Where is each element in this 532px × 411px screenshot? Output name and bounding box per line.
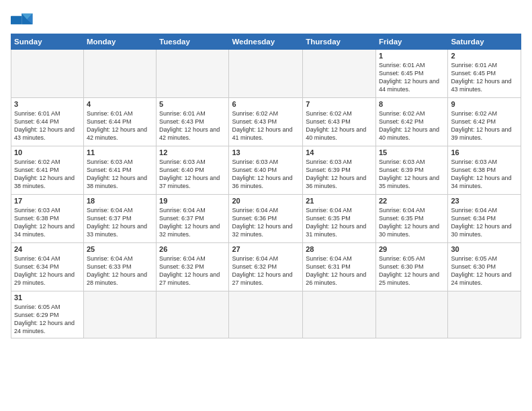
calendar-week-row: 17Sunrise: 6:03 AM Sunset: 6:38 PM Dayli… [11, 195, 521, 243]
day-number: 30 [451, 245, 518, 253]
svg-rect-0 [11, 16, 21, 25]
day-info: Sunrise: 6:04 AM Sunset: 6:33 PM Dayligh… [87, 255, 153, 287]
calendar-cell: 18Sunrise: 6:04 AM Sunset: 6:37 PM Dayli… [83, 195, 156, 243]
day-number: 1 [379, 52, 445, 60]
day-number: 24 [14, 245, 81, 253]
calendar-header-friday: Friday [375, 34, 447, 50]
calendar-header-tuesday: Tuesday [157, 34, 229, 50]
calendar-cell: 21Sunrise: 6:04 AM Sunset: 6:35 PM Dayli… [303, 195, 376, 243]
calendar-cell: 26Sunrise: 6:04 AM Sunset: 6:32 PM Dayli… [157, 243, 229, 291]
calendar-cell [157, 291, 229, 338]
calendar-cell: 5Sunrise: 6:01 AM Sunset: 6:43 PM Daylig… [157, 98, 229, 146]
calendar-cell: 2Sunrise: 6:01 AM Sunset: 6:45 PM Daylig… [448, 50, 521, 98]
calendar-header-saturday: Saturday [448, 34, 521, 50]
day-number: 19 [159, 197, 226, 205]
day-number: 23 [451, 197, 518, 205]
calendar-cell: 10Sunrise: 6:02 AM Sunset: 6:41 PM Dayli… [11, 146, 84, 195]
day-number: 14 [306, 148, 373, 156]
calendar-cell: 17Sunrise: 6:03 AM Sunset: 6:38 PM Dayli… [11, 195, 84, 243]
calendar-cell [303, 50, 376, 98]
calendar-week-row: 1Sunrise: 6:01 AM Sunset: 6:45 PM Daylig… [11, 50, 521, 98]
day-number: 8 [379, 100, 445, 108]
day-info: Sunrise: 6:03 AM Sunset: 6:39 PM Dayligh… [306, 158, 373, 191]
day-info: Sunrise: 6:04 AM Sunset: 6:31 PM Dayligh… [306, 255, 373, 287]
day-info: Sunrise: 6:03 AM Sunset: 6:40 PM Dayligh… [232, 158, 300, 191]
day-info: Sunrise: 6:01 AM Sunset: 6:44 PM Dayligh… [87, 109, 153, 142]
day-info: Sunrise: 6:01 AM Sunset: 6:43 PM Dayligh… [159, 109, 226, 142]
day-info: Sunrise: 6:03 AM Sunset: 6:41 PM Dayligh… [87, 158, 153, 191]
calendar-cell: 15Sunrise: 6:03 AM Sunset: 6:39 PM Dayli… [375, 146, 447, 195]
calendar-cell: 19Sunrise: 6:04 AM Sunset: 6:37 PM Dayli… [157, 195, 229, 243]
calendar-cell: 20Sunrise: 6:04 AM Sunset: 6:36 PM Dayli… [229, 195, 303, 243]
day-number: 28 [306, 245, 373, 253]
day-info: Sunrise: 6:04 AM Sunset: 6:36 PM Dayligh… [232, 206, 300, 239]
calendar-cell: 1Sunrise: 6:01 AM Sunset: 6:45 PM Daylig… [375, 50, 447, 98]
calendar-cell: 7Sunrise: 6:02 AM Sunset: 6:43 PM Daylig… [303, 98, 376, 146]
calendar-cell: 8Sunrise: 6:02 AM Sunset: 6:42 PM Daylig… [375, 98, 447, 146]
day-info: Sunrise: 6:05 AM Sunset: 6:29 PM Dayligh… [14, 303, 81, 336]
calendar-week-row: 31Sunrise: 6:05 AM Sunset: 6:29 PM Dayli… [11, 291, 521, 338]
calendar-cell: 14Sunrise: 6:03 AM Sunset: 6:39 PM Dayli… [303, 146, 376, 195]
page: SundayMondayTuesdayWednesdayThursdayFrid… [0, 0, 532, 344]
day-number: 6 [232, 100, 300, 108]
day-number: 4 [87, 100, 153, 108]
day-number: 18 [87, 197, 153, 205]
calendar-cell: 16Sunrise: 6:03 AM Sunset: 6:38 PM Dayli… [448, 146, 521, 195]
calendar-cell: 4Sunrise: 6:01 AM Sunset: 6:44 PM Daylig… [83, 98, 156, 146]
day-info: Sunrise: 6:02 AM Sunset: 6:42 PM Dayligh… [451, 109, 518, 142]
calendar-cell: 6Sunrise: 6:02 AM Sunset: 6:43 PM Daylig… [229, 98, 303, 146]
day-number: 13 [232, 148, 300, 156]
day-number: 7 [306, 100, 373, 108]
calendar-cell [229, 50, 303, 98]
calendar-cell [303, 291, 376, 338]
day-number: 21 [306, 197, 373, 205]
day-info: Sunrise: 6:02 AM Sunset: 6:43 PM Dayligh… [306, 109, 373, 142]
day-number: 5 [159, 100, 226, 108]
day-number: 31 [14, 293, 81, 302]
day-number: 11 [87, 148, 153, 156]
day-info: Sunrise: 6:04 AM Sunset: 6:32 PM Dayligh… [232, 255, 300, 287]
calendar-header-row: SundayMondayTuesdayWednesdayThursdayFrid… [11, 34, 521, 50]
day-number: 22 [379, 197, 445, 205]
day-info: Sunrise: 6:03 AM Sunset: 6:40 PM Dayligh… [159, 158, 226, 191]
day-number: 9 [451, 100, 518, 108]
day-info: Sunrise: 6:04 AM Sunset: 6:35 PM Dayligh… [379, 206, 445, 239]
calendar-cell [448, 291, 521, 338]
calendar-header-sunday: Sunday [11, 34, 84, 50]
day-number: 2 [451, 52, 518, 60]
calendar-cell: 30Sunrise: 6:05 AM Sunset: 6:30 PM Dayli… [448, 243, 521, 291]
calendar-cell [11, 50, 84, 98]
calendar-cell: 13Sunrise: 6:03 AM Sunset: 6:40 PM Dayli… [229, 146, 303, 195]
calendar-cell: 27Sunrise: 6:04 AM Sunset: 6:32 PM Dayli… [229, 243, 303, 291]
day-info: Sunrise: 6:02 AM Sunset: 6:41 PM Dayligh… [14, 158, 81, 191]
day-info: Sunrise: 6:04 AM Sunset: 6:34 PM Dayligh… [451, 206, 518, 239]
calendar-week-row: 3Sunrise: 6:01 AM Sunset: 6:44 PM Daylig… [11, 98, 521, 146]
calendar-table: SundayMondayTuesdayWednesdayThursdayFrid… [11, 34, 521, 338]
day-info: Sunrise: 6:02 AM Sunset: 6:42 PM Dayligh… [379, 109, 445, 142]
header [11, 11, 521, 30]
day-info: Sunrise: 6:04 AM Sunset: 6:37 PM Dayligh… [159, 206, 226, 239]
day-info: Sunrise: 6:03 AM Sunset: 6:39 PM Dayligh… [379, 158, 445, 191]
calendar-cell [229, 291, 303, 338]
day-number: 15 [379, 148, 445, 156]
calendar-cell [157, 50, 229, 98]
calendar-cell: 11Sunrise: 6:03 AM Sunset: 6:41 PM Dayli… [83, 146, 156, 195]
day-info: Sunrise: 6:01 AM Sunset: 6:45 PM Dayligh… [451, 61, 518, 94]
day-number: 25 [87, 245, 153, 253]
day-info: Sunrise: 6:04 AM Sunset: 6:37 PM Dayligh… [87, 206, 153, 239]
generalblue-logo-icon [11, 11, 35, 30]
calendar-cell [83, 291, 156, 338]
day-info: Sunrise: 6:05 AM Sunset: 6:30 PM Dayligh… [451, 255, 518, 287]
day-number: 17 [14, 197, 81, 205]
day-info: Sunrise: 6:01 AM Sunset: 6:45 PM Dayligh… [379, 61, 445, 94]
calendar-cell: 31Sunrise: 6:05 AM Sunset: 6:29 PM Dayli… [11, 291, 84, 338]
calendar-cell: 9Sunrise: 6:02 AM Sunset: 6:42 PM Daylig… [448, 98, 521, 146]
day-number: 29 [379, 245, 445, 253]
calendar-header-monday: Monday [83, 34, 156, 50]
day-info: Sunrise: 6:04 AM Sunset: 6:35 PM Dayligh… [306, 206, 373, 239]
calendar-cell: 25Sunrise: 6:04 AM Sunset: 6:33 PM Dayli… [83, 243, 156, 291]
calendar-week-row: 24Sunrise: 6:04 AM Sunset: 6:34 PM Dayli… [11, 243, 521, 291]
day-info: Sunrise: 6:04 AM Sunset: 6:34 PM Dayligh… [14, 255, 81, 287]
calendar-cell [375, 291, 447, 338]
calendar-header-wednesday: Wednesday [229, 34, 303, 50]
